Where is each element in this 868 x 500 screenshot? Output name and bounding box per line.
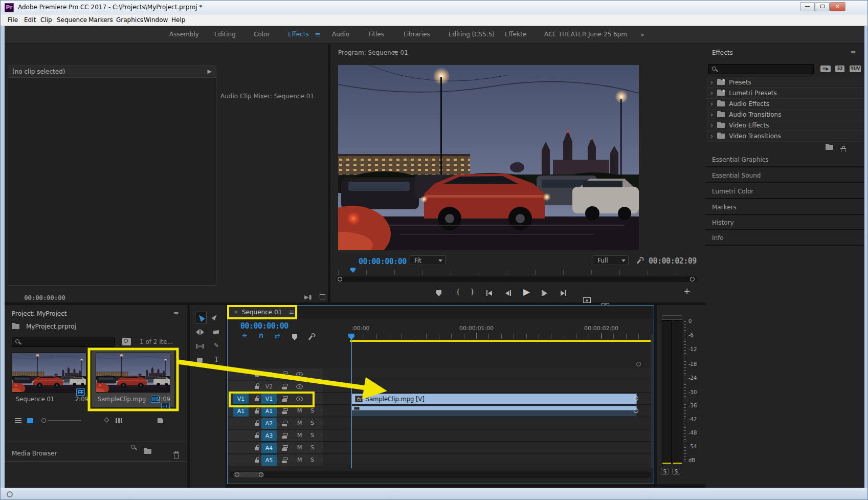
snap-magnet-icon[interactable]: ∩ [258,331,264,339]
project-item-thumbnail-sampleclip[interactable] [96,353,170,393]
list-view-icon[interactable] [15,418,21,423]
scrollbar-left-handle[interactable] [338,277,342,281]
sync-lock-icon[interactable] [282,408,287,414]
ripple-edit-tool-icon[interactable] [196,329,204,335]
toggle-track-output-icon[interactable] [296,397,303,401]
track-header-a3[interactable]: A3 M S [228,430,323,442]
mute-button[interactable]: M [297,420,302,426]
track-header-a5[interactable]: A5 M S 5.1 [228,454,323,466]
add-marker-icon[interactable] [436,290,441,296]
panel-markers[interactable]: Markers [705,200,864,215]
title-bar[interactable]: Pr Adobe Premiere Pro CC 2017 - C:\Proje… [1,1,868,14]
new-custom-bin-icon[interactable] [826,145,833,150]
source-patch-a1[interactable]: A1 [233,406,249,417]
menu-window[interactable]: Window [144,16,168,24]
menu-edit[interactable]: Edit [24,16,36,24]
clip-trim-handle[interactable] [634,408,638,413]
step-forward-icon[interactable] [542,290,547,296]
play-button-icon[interactable]: ▶ [523,287,530,297]
project-search-input[interactable] [12,337,115,347]
settings-wrench-icon[interactable] [634,255,644,266]
track-target-a5[interactable]: A5 [261,455,277,466]
timeline-v-scrollbar[interactable] [651,334,653,468]
workspace-tab-effekte[interactable]: Effekte [505,31,526,38]
audio-clip-sampleclip[interactable] [351,406,637,417]
item-name-sequence[interactable]: Sequence 01 [16,396,54,403]
pen-tool-icon[interactable]: ✎ [214,342,219,349]
panel-essential-graphics[interactable]: Essential Graphics [705,152,864,167]
track-header-v1[interactable]: V1 V1 [228,393,323,405]
workspace-tab-editing[interactable]: Editing [214,31,236,38]
mute-button[interactable]: M [297,432,302,439]
lock-icon[interactable] [255,435,259,438]
workspace-tab-ace-theater[interactable]: ACE THEATER June 25 6pm [544,31,627,38]
track-header-v2[interactable]: V2 [228,381,323,393]
scrollbar-left-handle[interactable] [235,472,239,477]
workspace-tab-audio[interactable]: Audio [332,31,349,38]
toggle-track-output-icon[interactable] [296,372,303,377]
effects-bin-audio-effects[interactable]: ›Audio Effects [706,99,863,110]
effects-menu-icon[interactable]: ≡ [851,49,856,56]
restore-button[interactable] [815,2,830,11]
mute-button[interactable]: M [297,407,302,414]
new-bin-icon[interactable] [144,449,151,454]
automate-to-sequence-icon[interactable] [116,418,122,423]
nest-toggle-icon[interactable]: ✳ [242,332,247,339]
menu-graphics[interactable]: Graphics [116,16,143,24]
go-to-in-icon[interactable] [486,290,492,296]
sort-icon[interactable] [104,418,109,423]
workspace-overflow-icon[interactable]: » [640,31,644,38]
timeline-ruler[interactable] [351,334,651,339]
close-button[interactable]: ✕ [830,2,845,11]
sync-lock-icon[interactable] [282,396,287,402]
workspace-tab-color[interactable]: Color [254,31,270,38]
workspace-tab-editing-cs55[interactable]: Editing (CS5.5) [449,31,495,38]
track-target-v1[interactable]: V1 [261,394,277,404]
track-header-a2[interactable]: A2 M S [228,418,323,429]
zoom-slider-track[interactable] [48,420,81,421]
close-tab-icon[interactable]: × [234,309,238,315]
type-tool-icon[interactable]: T [214,356,219,363]
sync-lock-icon[interactable] [282,458,287,463]
track-content-a4[interactable] [323,442,651,454]
hand-tool-icon[interactable] [197,358,203,363]
effects-bin-audio-transitions[interactable]: ›Audio Transitions [706,110,863,120]
mute-button[interactable]: M [297,444,302,451]
workspace-tab-libraries[interactable]: Libraries [404,31,430,38]
panel-essential-sound[interactable]: Essential Sound [705,168,864,183]
effects-panel-title[interactable]: Effects [712,49,733,56]
menu-clip[interactable]: Clip [40,16,52,24]
scroll-handle[interactable] [636,362,641,366]
toggle-track-output-icon[interactable] [296,384,303,389]
linked-selection-icon[interactable]: ⇄ [275,332,280,340]
mark-out-icon[interactable]: } [470,288,475,296]
accelerated-effects-badge[interactable]: ≡▶ [820,66,831,72]
sync-lock-icon[interactable] [282,372,287,377]
scrollbar-right-handle[interactable] [690,277,695,281]
solo-button[interactable]: S [310,420,314,426]
track-target-a1[interactable]: A1 [261,406,277,417]
zoom-slider-knob[interactable] [41,418,46,423]
lock-icon[interactable] [255,423,259,426]
solo-right-button[interactable]: S [672,468,680,475]
clip-trim-handle[interactable] [634,396,638,401]
mark-in-icon[interactable]: { [456,288,460,296]
play-audio-icon[interactable]: ▶▮ [304,294,312,300]
program-menu-icon[interactable]: ≡ [393,49,398,56]
menu-sequence[interactable]: Sequence [57,16,87,24]
export-icon[interactable] [320,294,325,299]
video-clip-sampleclip[interactable]: fx SampleClip.mpg [V] [351,394,637,404]
track-header-a4[interactable]: A4 M S 5.1 [228,442,323,454]
solo-button[interactable]: S [310,407,314,414]
sync-lock-icon[interactable] [282,433,287,439]
timeline-playhead-line[interactable] [351,337,352,468]
tab-audio-clip-mixer[interactable]: Audio Clip Mixer: Sequence 01 [220,93,314,100]
project-panel-title[interactable]: Project: MyProject [12,310,66,317]
work-area-bar[interactable] [350,340,651,342]
minimize-button[interactable] [800,2,815,11]
lock-icon[interactable] [255,447,259,450]
timeline-h-scrollbar[interactable] [230,471,651,478]
add-marker-icon[interactable] [292,334,297,340]
workspace-tab-assembly[interactable]: Assembly [169,31,199,38]
panel-lumetri-color[interactable]: Lumetri Color [705,184,864,199]
